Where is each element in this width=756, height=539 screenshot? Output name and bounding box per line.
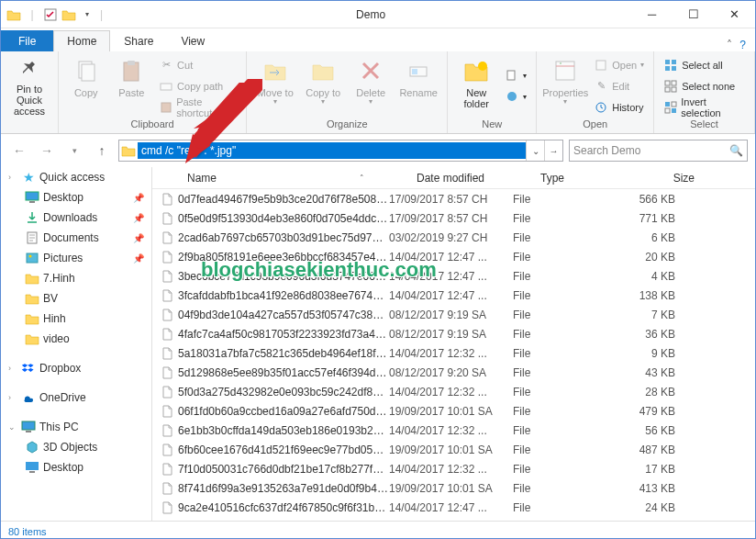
file-row[interactable]: 5f0d3a275d432982e0e093bc59c242df83b0...1…	[152, 382, 755, 401]
rename-button[interactable]: Rename	[395, 54, 441, 118]
file-row[interactable]: 5a18031a7bfa7c5821c365deb4964ef18f7b...1…	[152, 343, 755, 363]
file-icon	[160, 230, 174, 245]
new-item-button[interactable]: ▾	[501, 65, 530, 85]
recent-dropdown[interactable]: ▾	[63, 140, 85, 162]
tree-this-pc[interactable]: ⌄This PC	[1, 417, 151, 437]
pin-quick-access-button[interactable]: Pin to Quick access	[6, 54, 52, 118]
address-bar[interactable]: cmd /c "ren *. *.jpg" ⌄ →	[118, 140, 563, 162]
column-headers[interactable]: Name˄ Date modified Type Size	[152, 167, 755, 189]
file-row[interactable]: 04f9bd3de104a427ca557d53f05747c382a6...0…	[152, 305, 755, 324]
tree-quick-access[interactable]: ›★Quick access	[1, 167, 151, 187]
col-date[interactable]: Date modified	[409, 172, 533, 185]
maximize-button[interactable]: ☐	[673, 1, 714, 28]
svg-rect-21	[672, 81, 676, 85]
tree-pictures[interactable]: Pictures📌	[1, 248, 151, 268]
back-button[interactable]: ←	[8, 140, 30, 162]
tab-home[interactable]: Home	[53, 30, 110, 51]
forward-button[interactable]: →	[36, 140, 58, 162]
go-button[interactable]: →	[544, 140, 562, 161]
file-name: 2f9ba805f8191e6eee3e6bbccf683457e4aeb...	[178, 251, 389, 264]
file-name: 3fcafddabfb1bca41f92e86d8038ee7674cd...	[178, 289, 389, 302]
file-name: 7f10d050031c766d0dbf21be17cf8b277fbc...	[178, 463, 389, 476]
select-none-button[interactable]: Select none	[660, 76, 749, 96]
new-folder-button[interactable]: New folder	[453, 54, 499, 118]
easy-access-button[interactable]: ▾	[501, 86, 530, 107]
properties-button[interactable]: Properties▾	[542, 54, 588, 118]
copy-to-button[interactable]: Copy to▾	[300, 54, 346, 118]
tree-desktop[interactable]: Desktop📌	[1, 187, 151, 208]
file-row[interactable]: 3fcafddabfb1bca41f92e86d8038ee7674cd...1…	[152, 286, 755, 305]
file-row[interactable]: 8f741d6f99a3e9135263a7e91de0d0f9b449...1…	[152, 478, 755, 498]
edit-button[interactable]: ✎Edit	[590, 76, 648, 96]
checkbox-icon[interactable]	[43, 7, 58, 22]
folder-small-icon[interactable]	[61, 7, 76, 22]
copy-path-button[interactable]: Copy path	[155, 76, 240, 96]
tab-view[interactable]: View	[167, 30, 218, 51]
file-row[interactable]: 9ca2e410516cfc637df24f67850c9f6f31b1...1…	[152, 498, 755, 517]
file-list[interactable]: Name˄ Date modified Type Size 0d7fead494…	[152, 167, 755, 521]
tree-7hinh[interactable]: 7.Hinh	[1, 268, 151, 288]
copyto-icon	[308, 56, 338, 85]
move-to-button[interactable]: Move to▾	[252, 54, 298, 118]
tree-documents[interactable]: Documents📌	[1, 228, 151, 248]
file-name: 5a18031a7bfa7c5821c365deb4964ef18f7b...	[178, 347, 389, 360]
file-row[interactable]: 6e1bb3b0cffda149da503eb186e0193b2eb0...1…	[152, 421, 755, 440]
svg-rect-36	[29, 471, 35, 473]
select-none-icon	[663, 79, 678, 94]
tree-video[interactable]: video	[1, 329, 151, 349]
select-all-icon	[663, 58, 678, 73]
address-dropdown-icon[interactable]: ⌄	[526, 140, 544, 161]
file-row[interactable]: 6fb60cee1676d41d521f69eec9e77bd053e7...1…	[152, 440, 755, 459]
tree-3d-objects[interactable]: 3D Objects	[1, 437, 151, 457]
file-size: 17 KB	[595, 463, 683, 476]
tree-bv[interactable]: BV	[1, 288, 151, 309]
tree-desktop2[interactable]: Desktop	[1, 457, 151, 477]
file-row[interactable]: 4fafc7ca4af50c9817053f2233923fd73a47b...…	[152, 324, 755, 343]
copy-button[interactable]: Copy	[64, 54, 108, 118]
file-icon	[160, 327, 174, 342]
file-row[interactable]: 2cad6ab7697cb65703b03d91bec75d97376...03…	[152, 228, 755, 247]
close-button[interactable]: ✕	[714, 1, 755, 28]
minimize-button[interactable]: ─	[631, 1, 673, 28]
paste-button[interactable]: Paste	[110, 54, 154, 118]
svg-rect-25	[672, 102, 676, 107]
file-row[interactable]: 3bec6bce77d1c93b9e096d3f6d3747e06f02...1…	[152, 266, 755, 286]
svg-rect-28	[26, 192, 39, 200]
tree-onedrive[interactable]: ›OneDrive	[1, 387, 151, 408]
tree-hinh[interactable]: Hinh	[1, 309, 151, 329]
collapse-ribbon-icon[interactable]: ˄	[727, 39, 732, 51]
history-button[interactable]: History	[590, 97, 648, 118]
address-input[interactable]: cmd /c "ren *. *.jpg"	[138, 142, 526, 159]
nav-tree[interactable]: ›★Quick access Desktop📌 Downloads📌 Docum…	[1, 167, 152, 521]
cut-button[interactable]: ✂Cut	[155, 55, 240, 75]
tree-dropbox[interactable]: ›Dropbox	[1, 358, 151, 378]
edit-icon: ✎	[594, 79, 608, 94]
tab-file[interactable]: File	[1, 30, 53, 51]
file-row[interactable]: 7f10d050031c766d0dbf21be17cf8b277fbc...1…	[152, 459, 755, 478]
file-type: File	[513, 424, 595, 437]
file-row[interactable]: 06f1fd0b60a9ccbed16a09a27e6afd750dec...1…	[152, 401, 755, 421]
invert-selection-button[interactable]: Invert selection	[660, 97, 749, 118]
col-name[interactable]: Name˄	[180, 172, 409, 185]
pin-icon: 📌	[133, 233, 144, 243]
file-date: 14/04/2017 12:47 ...	[389, 501, 513, 514]
file-row[interactable]: 5d129868e5ee89b35f01acc57ef46f394dac...0…	[152, 363, 755, 382]
col-size[interactable]: Size	[616, 172, 703, 185]
tab-share[interactable]: Share	[110, 30, 167, 51]
qat-dropdown-icon[interactable]: ▾	[80, 7, 94, 22]
up-button[interactable]: ↑	[91, 140, 113, 162]
svg-rect-22	[665, 87, 670, 92]
col-type[interactable]: Type	[533, 172, 616, 185]
svg-rect-16	[665, 60, 670, 64]
paste-shortcut-button[interactable]: Paste shortcut	[155, 97, 240, 118]
select-all-button[interactable]: Select all	[660, 55, 749, 75]
file-row[interactable]: 0f5e0d9f513930d4eb3e860f0d705e4ddcb4...1…	[152, 208, 755, 228]
file-type: File	[513, 193, 595, 206]
help-icon[interactable]: ?	[739, 39, 746, 51]
delete-button[interactable]: Delete▾	[348, 54, 394, 118]
file-row[interactable]: 2f9ba805f8191e6eee3e6bbccf683457e4aeb...…	[152, 247, 755, 266]
file-row[interactable]: 0d7fead49467f9e5b9b3ce20d76f78e508d3...1…	[152, 189, 755, 208]
open-button[interactable]: Open▾	[590, 55, 648, 75]
tree-downloads[interactable]: Downloads📌	[1, 208, 151, 228]
search-box[interactable]: Search Demo 🔍	[569, 140, 748, 162]
